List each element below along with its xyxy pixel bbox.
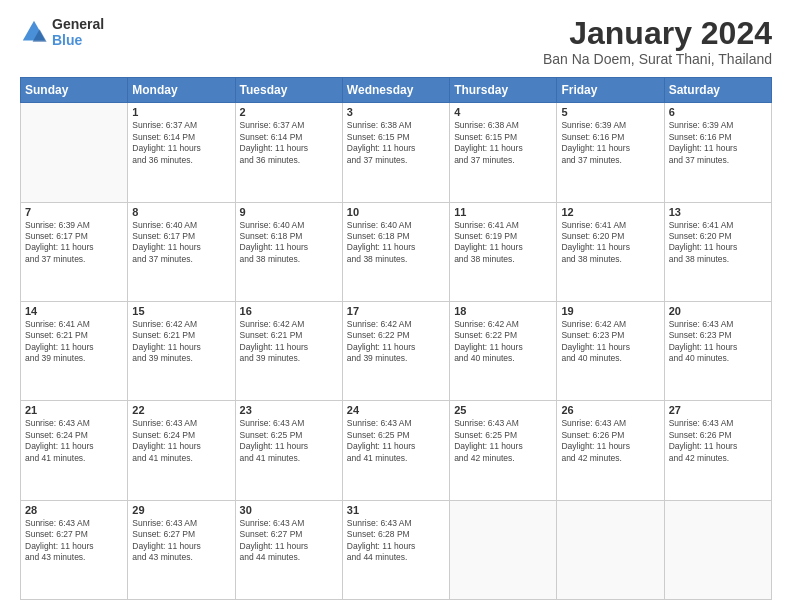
main-title: January 2024 bbox=[543, 16, 772, 51]
cell-text-line: Sunrise: 6:41 AM bbox=[25, 319, 123, 330]
calendar-cell: 31Sunrise: 6:43 AMSunset: 6:28 PMDayligh… bbox=[342, 500, 449, 599]
cell-text-line: and 40 minutes. bbox=[454, 353, 552, 364]
cell-text-line: Daylight: 11 hours bbox=[454, 143, 552, 154]
day-number: 2 bbox=[240, 106, 338, 118]
cell-text-line: Sunset: 6:16 PM bbox=[669, 132, 767, 143]
day-number: 13 bbox=[669, 206, 767, 218]
day-number: 19 bbox=[561, 305, 659, 317]
calendar-header-row: SundayMondayTuesdayWednesdayThursdayFrid… bbox=[21, 78, 772, 103]
day-number: 16 bbox=[240, 305, 338, 317]
calendar-cell: 27Sunrise: 6:43 AMSunset: 6:26 PMDayligh… bbox=[664, 401, 771, 500]
cell-text-line: Daylight: 11 hours bbox=[132, 143, 230, 154]
day-number: 8 bbox=[132, 206, 230, 218]
cell-text-line: Sunset: 6:26 PM bbox=[669, 430, 767, 441]
cell-text-line: Sunset: 6:26 PM bbox=[561, 430, 659, 441]
cell-text-line: Sunrise: 6:42 AM bbox=[240, 319, 338, 330]
cell-text-line: Sunset: 6:27 PM bbox=[240, 529, 338, 540]
calendar-cell: 20Sunrise: 6:43 AMSunset: 6:23 PMDayligh… bbox=[664, 301, 771, 400]
day-number: 17 bbox=[347, 305, 445, 317]
cell-text-line: Sunrise: 6:42 AM bbox=[132, 319, 230, 330]
cell-text-line: Sunset: 6:15 PM bbox=[454, 132, 552, 143]
calendar-cell: 17Sunrise: 6:42 AMSunset: 6:22 PMDayligh… bbox=[342, 301, 449, 400]
calendar-table: SundayMondayTuesdayWednesdayThursdayFrid… bbox=[20, 77, 772, 600]
cell-text-line: Sunrise: 6:43 AM bbox=[347, 518, 445, 529]
cell-text-line: Sunset: 6:23 PM bbox=[561, 330, 659, 341]
cell-text-line: Sunrise: 6:43 AM bbox=[240, 518, 338, 529]
cell-text-line: Daylight: 11 hours bbox=[25, 541, 123, 552]
calendar-cell: 23Sunrise: 6:43 AMSunset: 6:25 PMDayligh… bbox=[235, 401, 342, 500]
logo-icon bbox=[20, 18, 48, 46]
calendar-cell: 15Sunrise: 6:42 AMSunset: 6:21 PMDayligh… bbox=[128, 301, 235, 400]
day-header-friday: Friday bbox=[557, 78, 664, 103]
calendar-cell: 6Sunrise: 6:39 AMSunset: 6:16 PMDaylight… bbox=[664, 103, 771, 202]
calendar-cell: 9Sunrise: 6:40 AMSunset: 6:18 PMDaylight… bbox=[235, 202, 342, 301]
cell-text-line: Sunrise: 6:39 AM bbox=[25, 220, 123, 231]
cell-text-line: Sunset: 6:14 PM bbox=[240, 132, 338, 143]
calendar-cell: 24Sunrise: 6:43 AMSunset: 6:25 PMDayligh… bbox=[342, 401, 449, 500]
calendar-week-1: 1Sunrise: 6:37 AMSunset: 6:14 PMDaylight… bbox=[21, 103, 772, 202]
cell-text-line: Sunset: 6:21 PM bbox=[25, 330, 123, 341]
cell-text-line: Sunset: 6:27 PM bbox=[132, 529, 230, 540]
calendar-cell: 5Sunrise: 6:39 AMSunset: 6:16 PMDaylight… bbox=[557, 103, 664, 202]
day-number: 11 bbox=[454, 206, 552, 218]
calendar-cell: 1Sunrise: 6:37 AMSunset: 6:14 PMDaylight… bbox=[128, 103, 235, 202]
cell-text-line: Daylight: 11 hours bbox=[347, 342, 445, 353]
cell-text-line: Sunset: 6:14 PM bbox=[132, 132, 230, 143]
day-number: 14 bbox=[25, 305, 123, 317]
cell-text-line: Daylight: 11 hours bbox=[347, 143, 445, 154]
cell-text-line: and 43 minutes. bbox=[25, 552, 123, 563]
calendar-cell bbox=[21, 103, 128, 202]
calendar-cell: 22Sunrise: 6:43 AMSunset: 6:24 PMDayligh… bbox=[128, 401, 235, 500]
cell-text-line: Daylight: 11 hours bbox=[132, 242, 230, 253]
calendar-cell: 26Sunrise: 6:43 AMSunset: 6:26 PMDayligh… bbox=[557, 401, 664, 500]
calendar-cell: 8Sunrise: 6:40 AMSunset: 6:17 PMDaylight… bbox=[128, 202, 235, 301]
day-header-thursday: Thursday bbox=[450, 78, 557, 103]
day-number: 15 bbox=[132, 305, 230, 317]
page: General Blue January 2024 Ban Na Doem, S… bbox=[0, 0, 792, 612]
header: General Blue January 2024 Ban Na Doem, S… bbox=[20, 16, 772, 67]
cell-text-line: Sunrise: 6:43 AM bbox=[240, 418, 338, 429]
cell-text-line: Sunrise: 6:41 AM bbox=[561, 220, 659, 231]
cell-text-line: and 44 minutes. bbox=[240, 552, 338, 563]
cell-text-line: Daylight: 11 hours bbox=[669, 242, 767, 253]
cell-text-line: and 38 minutes. bbox=[347, 254, 445, 265]
cell-text-line: and 39 minutes. bbox=[25, 353, 123, 364]
cell-text-line: Sunrise: 6:40 AM bbox=[132, 220, 230, 231]
cell-text-line: Daylight: 11 hours bbox=[240, 541, 338, 552]
cell-text-line: and 44 minutes. bbox=[347, 552, 445, 563]
calendar-cell: 19Sunrise: 6:42 AMSunset: 6:23 PMDayligh… bbox=[557, 301, 664, 400]
logo: General Blue bbox=[20, 16, 104, 48]
cell-text-line: and 40 minutes. bbox=[669, 353, 767, 364]
cell-text-line: and 36 minutes. bbox=[132, 155, 230, 166]
calendar-cell: 14Sunrise: 6:41 AMSunset: 6:21 PMDayligh… bbox=[21, 301, 128, 400]
cell-text-line: and 37 minutes. bbox=[669, 155, 767, 166]
cell-text-line: Sunrise: 6:43 AM bbox=[25, 418, 123, 429]
cell-text-line: Sunrise: 6:43 AM bbox=[25, 518, 123, 529]
calendar-week-2: 7Sunrise: 6:39 AMSunset: 6:17 PMDaylight… bbox=[21, 202, 772, 301]
cell-text-line: Sunset: 6:21 PM bbox=[240, 330, 338, 341]
day-header-saturday: Saturday bbox=[664, 78, 771, 103]
calendar-week-3: 14Sunrise: 6:41 AMSunset: 6:21 PMDayligh… bbox=[21, 301, 772, 400]
cell-text-line: and 37 minutes. bbox=[25, 254, 123, 265]
calendar-cell: 30Sunrise: 6:43 AMSunset: 6:27 PMDayligh… bbox=[235, 500, 342, 599]
cell-text-line: Sunset: 6:19 PM bbox=[454, 231, 552, 242]
day-number: 4 bbox=[454, 106, 552, 118]
day-number: 18 bbox=[454, 305, 552, 317]
cell-text-line: Sunrise: 6:42 AM bbox=[454, 319, 552, 330]
cell-text-line: Daylight: 11 hours bbox=[240, 143, 338, 154]
day-header-monday: Monday bbox=[128, 78, 235, 103]
cell-text-line: Sunset: 6:24 PM bbox=[25, 430, 123, 441]
cell-text-line: and 38 minutes. bbox=[454, 254, 552, 265]
cell-text-line: Sunset: 6:20 PM bbox=[561, 231, 659, 242]
calendar-week-4: 21Sunrise: 6:43 AMSunset: 6:24 PMDayligh… bbox=[21, 401, 772, 500]
cell-text-line: Daylight: 11 hours bbox=[669, 342, 767, 353]
day-number: 5 bbox=[561, 106, 659, 118]
day-number: 23 bbox=[240, 404, 338, 416]
cell-text-line: and 37 minutes. bbox=[454, 155, 552, 166]
cell-text-line: Sunset: 6:17 PM bbox=[132, 231, 230, 242]
cell-text-line: and 41 minutes. bbox=[25, 453, 123, 464]
cell-text-line: Sunset: 6:22 PM bbox=[454, 330, 552, 341]
day-number: 24 bbox=[347, 404, 445, 416]
day-number: 31 bbox=[347, 504, 445, 516]
day-header-wednesday: Wednesday bbox=[342, 78, 449, 103]
